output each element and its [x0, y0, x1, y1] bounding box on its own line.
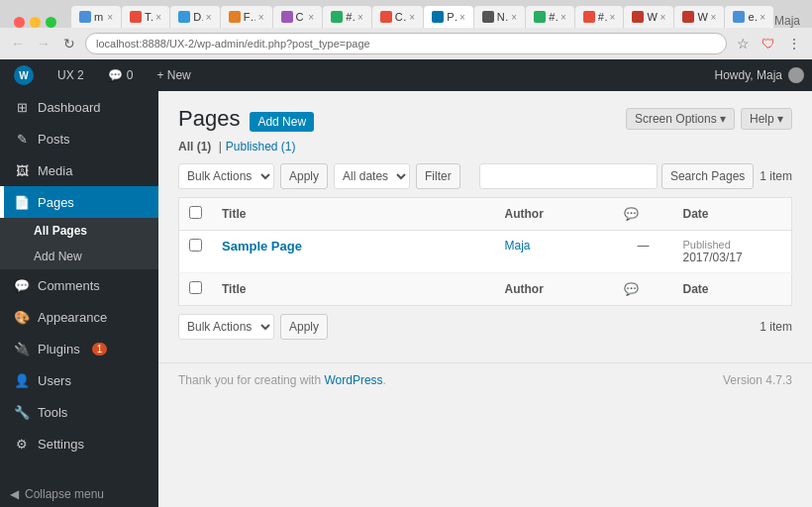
- footer-version: Version 4.7.3: [723, 373, 792, 387]
- forward-button[interactable]: →: [34, 34, 53, 53]
- wordpress-link[interactable]: WordPress: [324, 373, 382, 387]
- screen-header-left: Pages Add New: [178, 106, 314, 132]
- sidebar-item-plugins[interactable]: 🔌 Plugins 1: [0, 333, 158, 364]
- sidebar-submenu-add-new[interactable]: Add New: [0, 244, 158, 269]
- browser-tab[interactable]: enh×: [725, 6, 773, 28]
- sidebar-item-comments[interactable]: 💬 Comments: [0, 269, 158, 301]
- screen-options-button[interactable]: Screen Options ▾: [626, 108, 735, 130]
- sidebar-item-settings[interactable]: ⚙ Settings: [0, 428, 158, 459]
- check-all-checkbox-footer[interactable]: [189, 281, 202, 294]
- browser-tab[interactable]: Cyb×: [273, 6, 323, 28]
- browser-tab[interactable]: Des×: [170, 6, 220, 28]
- filter-button[interactable]: Filter: [416, 163, 460, 189]
- minimize-window-btn[interactable]: [30, 17, 41, 28]
- browser-tab[interactable]: New×: [474, 6, 525, 28]
- admin-bar-new-link[interactable]: + New: [151, 59, 196, 91]
- admin-bar: W UX 2 💬 0 + New Howdy, Maja: [0, 59, 812, 91]
- maximize-window-btn[interactable]: [46, 17, 56, 28]
- sidebar-item-users[interactable]: 👤 Users: [0, 364, 158, 396]
- pages-icon: 📄: [14, 194, 30, 210]
- sidebar-item-tools[interactable]: 🔧 Tools: [0, 396, 158, 428]
- browser-tab[interactable]: Willi×: [624, 6, 673, 28]
- posts-icon: ✎: [14, 131, 30, 147]
- collapse-menu-button[interactable]: ◀ Collapse menu: [0, 479, 158, 507]
- author-column-header[interactable]: Author: [495, 198, 614, 231]
- title-column-footer[interactable]: Title: [212, 273, 495, 306]
- help-button[interactable]: Help ▾: [741, 108, 792, 130]
- refresh-button[interactable]: ↻: [59, 34, 79, 53]
- browser-chrome: meli× Tog× Des× Farb× Cyb× #31× Colc× Pa…: [0, 0, 812, 59]
- footer-left: Thank you for creating with WordPress.: [178, 373, 386, 387]
- comments-col-icon-footer: 💬: [624, 282, 639, 296]
- comments-col-icon: 💬: [624, 207, 639, 221]
- comments-column-footer[interactable]: 💬: [614, 273, 673, 306]
- browser-toolbar: ← → ↻ localhost:8888/UX-2/wp-admin/edit.…: [0, 28, 812, 59]
- browser-tab[interactable]: #33×: [526, 6, 574, 28]
- comments-icon: 💬: [108, 68, 123, 82]
- back-button[interactable]: ←: [8, 34, 28, 53]
- add-new-button[interactable]: Add New: [250, 112, 314, 132]
- apply-button-top[interactable]: Apply: [280, 163, 328, 189]
- tools-icon: 🔧: [14, 404, 30, 420]
- table-footer: Title Author 💬 Date: [179, 273, 792, 306]
- browser-tab-active[interactable]: Pag×: [424, 6, 473, 28]
- page-title: Pages: [178, 106, 240, 132]
- bulk-actions-select-bottom[interactable]: Bulk Actions: [178, 314, 274, 340]
- view-filter-nav: All (1) | Published (1): [178, 140, 792, 153]
- wp-logo-icon: W: [14, 65, 34, 85]
- browser-tab[interactable]: Colc×: [372, 6, 423, 28]
- bulk-actions-select-top[interactable]: Bulk Actions: [178, 163, 274, 189]
- settings-icon: ⚙: [14, 436, 30, 452]
- item-count-top: 1 item: [760, 169, 792, 183]
- sidebar-item-pages[interactable]: 📄 Pages: [0, 186, 158, 218]
- shield-icon: 🛡: [759, 34, 778, 53]
- sidebar-item-dashboard[interactable]: ⊞ Dashboard: [0, 91, 158, 123]
- browser-tab[interactable]: Tog×: [122, 6, 169, 28]
- pages-submenu: All Pages Add New: [0, 218, 158, 269]
- browser-tab-bar: meli× Tog× Des× Farb× Cyb× #31× Colc× Pa…: [0, 0, 812, 28]
- search-input[interactable]: [479, 163, 658, 189]
- admin-bar-ux-link[interactable]: UX 2: [51, 59, 90, 91]
- date-column-header[interactable]: Date: [673, 198, 792, 231]
- close-window-btn[interactable]: [14, 17, 25, 28]
- date-column-footer[interactable]: Date: [673, 273, 792, 306]
- view-all[interactable]: All (1) |: [178, 140, 226, 153]
- view-published[interactable]: Published (1): [226, 140, 296, 153]
- appearance-icon: 🎨: [14, 309, 30, 325]
- user-avatar: [788, 67, 804, 83]
- apply-button-bottom[interactable]: Apply: [280, 314, 328, 340]
- row-checkbox[interactable]: [189, 239, 202, 252]
- wp-logo-button[interactable]: W: [8, 59, 40, 91]
- sidebar-submenu-all-pages[interactable]: All Pages: [0, 218, 158, 244]
- admin-bar-comments-link[interactable]: 💬 0: [102, 59, 140, 91]
- row-title-cell: Sample Page: [212, 231, 495, 273]
- admin-bar-right: Howdy, Maja: [715, 67, 804, 83]
- pages-table: Title Author 💬 Date: [178, 197, 792, 306]
- sidebar-item-appearance[interactable]: 🎨 Appearance: [0, 301, 158, 333]
- title-column-header[interactable]: Title: [212, 198, 495, 231]
- screen-header-right: Screen Options ▾ Help ▾: [626, 108, 792, 130]
- browser-tab[interactable]: #29×: [575, 6, 624, 28]
- comments-column-header[interactable]: 💬: [614, 198, 673, 231]
- check-all-checkbox[interactable]: [189, 206, 202, 219]
- dates-filter-select[interactable]: All dates: [334, 163, 410, 189]
- author-link[interactable]: Maja: [505, 239, 531, 253]
- media-icon: 🖼: [14, 162, 30, 178]
- page-title-link[interactable]: Sample Page: [222, 239, 302, 254]
- tablenav-top-right: Search Pages 1 item: [479, 163, 792, 189]
- extensions-button[interactable]: ⋮: [784, 34, 804, 53]
- admin-bar-user[interactable]: Howdy, Maja: [715, 67, 804, 83]
- author-column-footer[interactable]: Author: [495, 273, 614, 306]
- address-bar[interactable]: localhost:8888/UX-2/wp-admin/edit.php?po…: [85, 33, 727, 54]
- sidebar-item-media[interactable]: 🖼 Media: [0, 154, 158, 186]
- browser-tab[interactable]: Willi×: [674, 6, 724, 28]
- browser-tab[interactable]: Farb×: [221, 6, 272, 28]
- comments-sidebar-icon: 💬: [14, 277, 30, 293]
- browser-tab[interactable]: #31×: [323, 6, 371, 28]
- bookmark-button[interactable]: ☆: [733, 34, 753, 53]
- table-body: Sample Page Maja — Published 2017/03/17: [179, 231, 792, 273]
- browser-tab[interactable]: meli×: [71, 6, 121, 28]
- search-pages-button[interactable]: Search Pages: [661, 163, 754, 189]
- plugins-icon: 🔌: [14, 341, 30, 356]
- sidebar-item-posts[interactable]: ✎ Posts: [0, 123, 158, 154]
